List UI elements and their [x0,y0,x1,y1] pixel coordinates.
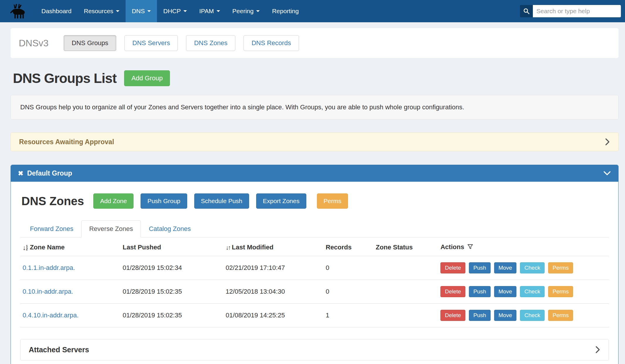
move-button[interactable]: Move [494,262,516,273]
perms-button[interactable]: Perms [548,262,573,273]
records-cell: 0 [323,280,374,303]
table-row: 0.1.1.in-addr.arpa. 01/28/2019 15:02:34 … [20,256,609,280]
description-well: DNS Groups help you to organize all of y… [11,95,619,120]
nav-item-resources[interactable]: Resources [78,0,126,22]
nav-label: Peering [232,8,254,15]
default-group-title: Default Group [27,169,72,177]
sort-icon[interactable]: ↓↑ [226,244,230,251]
check-button[interactable]: Check [520,286,545,297]
main-content: DNS Groups List Add Group DNS Groups hel… [11,70,619,364]
chevron-down-icon [217,10,220,12]
records-cell: 1 [323,303,374,327]
table-header-row: ↓12Zone Name Last Pushed ↓↑Last Modified… [20,237,609,256]
perms-button[interactable]: Perms [317,193,348,209]
page-title: DNS Groups List [13,70,116,86]
col-label: Zone Status [376,244,413,251]
chevron-down-icon [116,10,119,12]
attached-servers-title: Attached Servers [29,346,89,354]
actions-cell: Delete Push Move Check Perms [438,280,609,303]
nav-item-ipam[interactable]: IPAM [193,0,226,22]
col-zone-status[interactable]: Zone Status [374,237,438,256]
close-icon[interactable]: ✖ [18,170,23,177]
nav-label: DHCP [163,8,181,15]
nav-label: DNS [132,8,145,15]
chevron-down-icon [256,10,260,12]
col-label: Records [326,244,352,251]
actions-cell: Delete Push Move Check Perms [438,303,609,327]
nav-item-peering[interactable]: Peering [226,0,266,22]
main-nav: Dashboard Resources DNS DHCP IPAM Peerin… [35,0,305,22]
last-modified-cell: 01/08/2019 14:25:25 [223,303,323,327]
perms-button[interactable]: Perms [548,310,573,321]
export-zones-button[interactable]: Export Zones [256,193,306,209]
dns-zones-header: DNS Zones Add Zone Push Group Schedule P… [20,193,609,209]
zone-link[interactable]: 0.10.in-addr.arpa. [23,288,73,295]
delete-button[interactable]: Delete [440,310,465,321]
col-last-modified[interactable]: ↓↑Last Modified [223,237,323,256]
zone-link[interactable]: 0.1.1.in-addr.arpa. [23,264,75,271]
search-icon[interactable] [520,5,533,17]
nav-label: IPAM [199,8,214,15]
nav-item-dashboard[interactable]: Dashboard [35,0,78,22]
approval-panel[interactable]: Resources Awaiting Approval [11,132,619,151]
search-input[interactable] [533,5,621,17]
dnsv3-subnav: DNSv3 DNS Groups DNS Servers DNS Zones D… [11,28,619,58]
check-button[interactable]: Check [520,310,545,321]
zones-tabs: Forward Zones Reverse Zones Catalog Zone… [20,220,609,237]
records-cell: 0 [323,256,374,280]
title-row: DNS Groups List Add Group [11,70,619,86]
move-button[interactable]: Move [494,286,516,297]
attached-servers-panel[interactable]: Attached Servers [20,339,609,360]
last-modified-cell: 12/05/2018 13:04:30 [223,280,323,303]
chevron-right-icon[interactable] [605,138,610,146]
col-label: Zone Name [30,244,65,251]
push-group-button[interactable]: Push Group [141,193,187,209]
search-box [520,5,621,17]
zones-table: ↓12Zone Name Last Pushed ↓↑Last Modified… [20,237,609,327]
col-last-pushed[interactable]: Last Pushed [120,237,223,256]
table-row: 0.4.10.in-addr.arpa. 01/28/2019 15:02:35… [20,303,609,327]
push-button[interactable]: Push [469,286,490,297]
sort-numeric-icon[interactable]: ↓12 [23,245,28,251]
add-group-button[interactable]: Add Group [124,70,170,86]
filter-icon[interactable] [467,244,473,251]
chevron-down-icon [183,10,187,12]
col-zone-name[interactable]: ↓12Zone Name [20,237,120,256]
nav-item-dhcp[interactable]: DHCP [157,0,193,22]
zone-link[interactable]: 0.4.10.in-addr.arpa. [23,312,79,319]
nav-label: Resources [84,8,113,15]
delete-button[interactable]: Delete [440,262,465,273]
table-row: 0.10.in-addr.arpa. 01/28/2019 15:02:35 1… [20,280,609,303]
chevron-down-icon[interactable] [603,171,611,176]
actions-cell: Delete Push Move Check Perms [438,256,609,280]
default-group-header[interactable]: ✖ Default Group [11,165,618,182]
tab-dns-groups[interactable]: DNS Groups [64,35,116,51]
chevron-right-icon[interactable] [595,346,600,354]
moose-logo[interactable] [9,1,28,21]
push-button[interactable]: Push [469,262,490,273]
zone-status-cell [374,280,438,303]
nav-item-dns[interactable]: DNS [126,0,157,22]
delete-button[interactable]: Delete [440,286,465,297]
tab-dns-zones[interactable]: DNS Zones [186,35,235,51]
nav-label: Dashboard [41,8,72,15]
tab-reverse-zones[interactable]: Reverse Zones [81,220,141,237]
move-button[interactable]: Move [494,310,516,321]
default-group-body: DNS Zones Add Zone Push Group Schedule P… [11,182,618,364]
push-button[interactable]: Push [469,310,490,321]
check-button[interactable]: Check [520,262,545,273]
perms-button[interactable]: Perms [548,286,573,297]
tab-dns-records[interactable]: DNS Records [244,35,299,51]
zone-status-cell [374,303,438,327]
dnsv3-label: DNSv3 [19,38,48,49]
tab-forward-zones[interactable]: Forward Zones [22,220,81,237]
add-zone-button[interactable]: Add Zone [93,193,134,209]
tab-dns-servers[interactable]: DNS Servers [124,35,178,51]
zone-status-cell [374,256,438,280]
col-label: Last Pushed [123,244,161,251]
approval-panel-title: Resources Awaiting Approval [19,138,114,146]
nav-item-reporting[interactable]: Reporting [266,0,305,22]
col-records[interactable]: Records [323,237,374,256]
tab-catalog-zones[interactable]: Catalog Zones [141,220,199,237]
schedule-push-button[interactable]: Schedule Push [194,193,249,209]
